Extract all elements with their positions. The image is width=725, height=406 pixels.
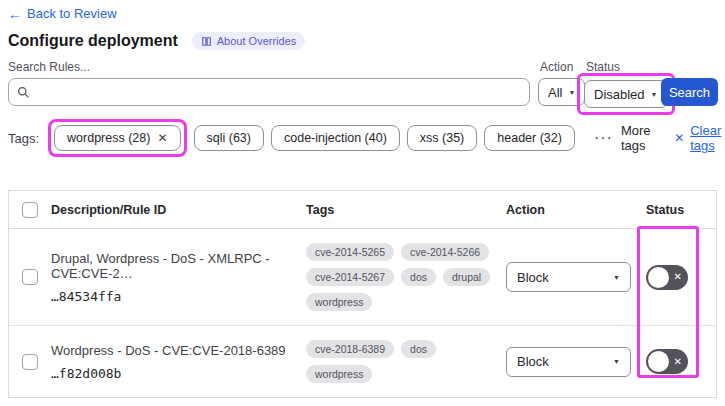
tag-badge: dos [401,268,436,286]
about-overrides-badge[interactable]: About Overrides [192,32,305,50]
select-all-checkbox[interactable] [22,202,38,218]
tag-badge: wordpress [306,365,372,383]
tag-badge: drupal [443,268,490,286]
row-tags: cve-2018-6389doswordpress [306,340,506,383]
page-title: Configure deployment [8,32,178,50]
selected-tag-pill-wordpress[interactable]: wordpress (28) ✕ [54,125,180,151]
row-checkbox[interactable] [22,354,38,370]
action-filter-value: All [548,85,562,100]
clear-tags-button[interactable]: ✕ Clear tags [674,123,725,153]
back-arrow-icon: ← [8,7,22,21]
rule-id: …84534ffa [51,289,290,304]
status-toggle-off[interactable]: ✕ [646,265,688,290]
table-header-row: Description/Rule ID Tags Action Status [9,191,716,229]
filter-tag-pill[interactable]: xss (35) [407,125,477,151]
back-to-review-link[interactable]: ← Back to Review [8,6,117,21]
toggle-off-x-icon: ✕ [674,272,682,282]
chevron-down-icon: ▼ [651,91,658,98]
rule-description: Wordpress - DoS - CVE:CVE-2018-6389 [51,343,290,358]
more-tags-button[interactable]: ··· More tags [594,123,651,153]
tag-badge: cve-2014-5267 [306,268,394,286]
tag-badge: dos [401,340,436,358]
filter-tag-pill[interactable]: sqli (63) [194,125,264,151]
clear-tags-label: Clear tags [690,123,725,153]
rule-description: Drupal, Wordpress - DoS - XMLRPC - CVE:C… [51,251,290,281]
status-label: Status [586,60,620,74]
search-rules-input[interactable] [36,85,521,100]
tag-badge: wordpress [306,293,372,311]
remove-tag-icon[interactable]: ✕ [157,131,167,145]
chevron-down-icon: ▼ [568,89,575,96]
status-filter-dropdown[interactable]: Disabled ▼ [584,80,668,108]
action-select-value: Block [517,354,549,369]
title-row: Configure deployment About Overrides [8,32,305,50]
search-rules-input-wrap [8,78,530,106]
more-tags-label: More tags [621,123,651,153]
tag-badge: cve-2018-6389 [306,340,394,358]
search-rules-label: Search Rules... [8,60,90,74]
header-status: Status [646,203,718,217]
toggle-off-x-icon: ✕ [674,357,682,367]
tags-label: Tags: [8,131,39,146]
status-toggle-off[interactable]: ✕ [646,349,688,374]
action-select[interactable]: Block ▼ [506,262,631,292]
ellipsis-icon: ··· [594,130,613,146]
tags-filter-row: Tags: wordpress (28) ✕ sqli (63)code-inj… [8,119,725,157]
about-overrides-label: About Overrides [217,35,296,47]
row-tags: cve-2014-5265cve-2014-5266cve-2014-5267d… [306,243,506,311]
chevron-down-icon: ▼ [613,274,620,281]
table-row: Wordpress - DoS - CVE:CVE-2018-6389 …f82… [9,326,716,397]
other-tag-pills: sqli (63)code-injection (40)xss (35)head… [194,125,575,151]
tag-badge: cve-2014-5265 [306,243,394,261]
filter-tag-pill[interactable]: header (32) [484,125,575,151]
action-select-value: Block [517,270,549,285]
search-button[interactable]: Search [661,78,718,106]
selected-tag-label: wordpress (28) [67,131,150,145]
toggle-knob [648,351,669,372]
row-checkbox[interactable] [22,269,38,285]
tag-badge: cve-2014-5266 [401,243,489,261]
selected-tag-annotation-box: wordpress (28) ✕ [48,119,186,157]
clear-x-icon: ✕ [674,131,684,145]
header-tags: Tags [306,203,506,217]
back-link-label: Back to Review [27,6,117,21]
status-dropdown-annotation-box: Disabled ▼ [577,73,675,115]
search-icon [17,86,30,99]
header-description: Description/Rule ID [51,203,306,217]
header-action: Action [506,203,646,217]
filter-tag-pill[interactable]: code-injection (40) [271,125,400,151]
table-body: Drupal, Wordpress - DoS - XMLRPC - CVE:C… [9,229,716,397]
toggle-knob [648,267,669,288]
status-filter-value: Disabled [594,87,645,102]
rule-id: …f82d008b [51,366,290,381]
table-row: Drupal, Wordpress - DoS - XMLRPC - CVE:C… [9,229,716,326]
chevron-down-icon: ▼ [613,358,620,365]
action-select[interactable]: Block ▼ [506,347,631,377]
book-icon [201,36,212,47]
rules-table: Description/Rule ID Tags Action Status D… [8,190,717,398]
action-label: Action [540,60,573,74]
